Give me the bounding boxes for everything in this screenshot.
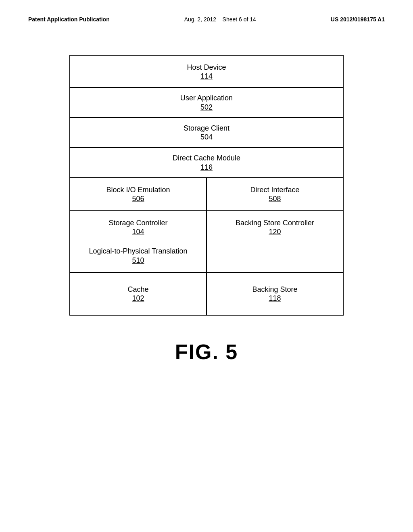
host-device-row: Host Device 114 [70,56,343,88]
cache-number: 102 [74,294,202,303]
backing-store-controller-cell: Backing Store Controller 120 [207,211,343,272]
storage-client-label: Storage Client [184,124,229,132]
block-io-cell: Block I/O Emulation 506 [70,178,207,210]
backing-store-label: Backing Store [252,285,297,293]
block-io-direct-interface-row: Block I/O Emulation 506 Direct Interface… [70,178,343,211]
direct-interface-label: Direct Interface [250,186,299,194]
storage-client-number: 504 [74,133,339,141]
cache-label: Cache [127,285,148,293]
page-header: Patent Application Publication Aug. 2, 2… [0,0,413,23]
block-io-label: Block I/O Emulation [106,186,170,194]
backing-store-controller-label: Backing Store Controller [236,219,314,227]
figure-label: FIG. 5 [0,340,413,364]
cache-cell: Cache 102 [70,273,207,315]
storage-controller-label: Storage Controller [108,219,167,227]
user-application-row: User Application 502 [70,88,343,118]
direct-interface-number: 508 [211,195,339,203]
header-center: Aug. 2, 2012 Sheet 6 of 14 [184,16,256,23]
host-device-number: 114 [74,72,339,81]
patent-number-label: US 2012/0198175 A1 [331,16,385,23]
cache-backing-store-row: Cache 102 Backing Store 118 [70,273,343,315]
outer-box: Host Device 114 User Application 502 Sto… [69,55,344,316]
user-application-number: 502 [74,103,339,112]
backing-store-controller-number: 120 [211,228,339,236]
storage-client-row: Storage Client 504 [70,118,343,148]
block-io-number: 506 [74,195,202,203]
sheet-label: Sheet 6 of 14 [223,16,256,23]
publication-label: Patent Application Publication [28,16,110,23]
storage-controller-cell: Storage Controller 104 Logical-to-Physic… [70,211,207,272]
direct-cache-module-label: Direct Cache Module [173,154,240,162]
direct-cache-module-number: 116 [74,163,339,172]
logical-physical-number: 510 [74,256,202,265]
backing-store-cell: Backing Store 118 [207,273,343,315]
direct-cache-module-row: Direct Cache Module 116 [70,148,343,178]
storage-controller-backing-store-controller-row: Storage Controller 104 Logical-to-Physic… [70,211,343,273]
logical-physical-label: Logical-to-Physical Translation [89,247,187,256]
diagram-area: Host Device 114 User Application 502 Sto… [0,23,413,316]
date-label: Aug. 2, 2012 [184,16,216,23]
backing-store-number: 118 [211,294,339,303]
storage-controller-number: 104 [74,228,202,236]
host-device-label: Host Device [187,63,226,71]
user-application-label: User Application [180,94,233,102]
direct-interface-cell: Direct Interface 508 [207,178,343,210]
